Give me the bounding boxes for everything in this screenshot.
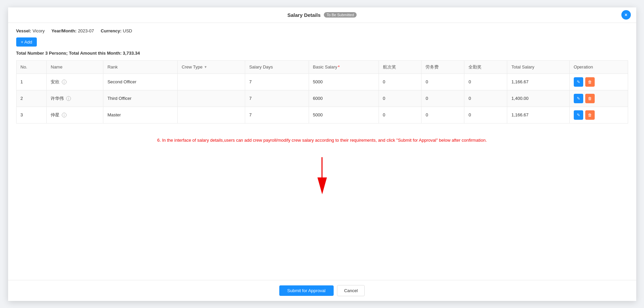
vessel-label: Vessel:: [16, 28, 31, 33]
cell-salary-days: 7: [245, 74, 309, 90]
modal-body: Vessel: Vicory Year/Month: 2023-07 Curre…: [8, 23, 636, 280]
cell-rank: Master: [103, 107, 178, 123]
cell-name: 仲星 i: [47, 107, 103, 123]
cell-rank: Third Officer: [103, 90, 178, 107]
hint-text: 6. In the interface of salary details,us…: [16, 137, 628, 144]
vessel-value: Vicory: [32, 28, 45, 33]
edit-button[interactable]: ✎: [574, 110, 583, 120]
modal-title: Salary Details: [287, 12, 320, 18]
meta-row: Vessel: Vicory Year/Month: 2023-07 Curre…: [16, 28, 628, 33]
salary-table: No. Name Rank Crew Type ▼ Salary Days Ba…: [16, 60, 628, 123]
close-button[interactable]: ×: [621, 10, 631, 20]
modal-footer: Submit for Approval Cancel: [8, 280, 636, 301]
cell-total-salary: 1,400.00: [507, 90, 569, 107]
edit-button[interactable]: ✎: [574, 94, 583, 103]
add-button[interactable]: + Add: [16, 37, 37, 47]
cell-crew-type: [177, 74, 245, 90]
col-crew-type: Crew Type ▼: [177, 60, 245, 74]
info-icon[interactable]: i: [62, 113, 67, 117]
col-no: No.: [16, 60, 47, 74]
submit-for-approval-button[interactable]: Submit for Approval: [279, 285, 334, 296]
col-total-salary: Total Salary: [507, 60, 569, 74]
delete-button[interactable]: 🗑: [585, 110, 595, 120]
col-quan-qin-jiang: 全勤奖: [464, 60, 507, 74]
action-buttons: ✎ 🗑: [574, 94, 624, 103]
cell-hang-ci-jiang: 0: [379, 74, 421, 90]
table-header-row: No. Name Rank Crew Type ▼ Salary Days Ba…: [16, 60, 628, 74]
cell-crew-type: [177, 107, 245, 123]
status-badge: To Be Submitted: [324, 12, 357, 18]
cell-quan-qin-jiang: 0: [464, 107, 507, 123]
cell-crew-type: [177, 90, 245, 107]
cell-operation: ✎ 🗑: [569, 107, 628, 123]
cell-salary-days: 7: [245, 107, 309, 123]
col-operation: Operation: [569, 60, 628, 74]
cell-rank: Second Officer: [103, 74, 178, 90]
cell-quan-qin-jiang: 0: [464, 74, 507, 90]
cell-lao-wu-fei: 0: [421, 107, 464, 123]
edit-button[interactable]: ✎: [574, 77, 583, 87]
cell-hang-ci-jiang: 0: [379, 107, 421, 123]
cell-total-salary: 1,166.67: [507, 74, 569, 90]
cell-name: 安欣 i: [47, 74, 103, 90]
year-month-value: 2023-07: [78, 28, 94, 33]
cell-no: 1: [16, 74, 47, 90]
cell-total-salary: 1,166.67: [507, 107, 569, 123]
cell-basic-salary: 5000: [309, 107, 379, 123]
info-icon[interactable]: i: [66, 96, 71, 101]
col-basic-salary: Basic Salary*: [309, 60, 379, 74]
delete-button[interactable]: 🗑: [585, 77, 595, 87]
cell-quan-qin-jiang: 0: [464, 90, 507, 107]
cell-salary-days: 7: [245, 90, 309, 107]
cell-basic-salary: 6000: [309, 90, 379, 107]
table-row: 2 许华伟 i Third Officer 7 6000 0 0 0 1,400…: [16, 90, 628, 107]
action-buttons: ✎ 🗑: [574, 110, 624, 120]
year-month-meta: Year/Month: 2023-07: [51, 28, 94, 33]
arrow-indicator: [16, 157, 628, 194]
col-name: Name: [47, 60, 103, 74]
cancel-button[interactable]: Cancel: [337, 285, 365, 296]
cell-operation: ✎ 🗑: [569, 90, 628, 107]
crew-type-chevron-icon[interactable]: ▼: [204, 65, 207, 69]
summary-row: Total Number 3 Persons; Total Amount thi…: [16, 51, 628, 56]
year-month-label: Year/Month:: [51, 28, 76, 33]
col-hang-ci-jiang: 航次奖: [379, 60, 421, 74]
modal-header: Salary Details To Be Submitted ×: [8, 7, 636, 23]
cell-hang-ci-jiang: 0: [379, 90, 421, 107]
info-icon[interactable]: i: [62, 80, 67, 84]
cell-no: 2: [16, 90, 47, 107]
currency-value: USD: [123, 28, 132, 33]
action-buttons: ✎ 🗑: [574, 77, 624, 87]
cell-lao-wu-fei: 0: [421, 74, 464, 90]
arrow-line: [321, 157, 323, 177]
table-row: 3 仲星 i Master 7 5000 0 0 0 1,166.67 ✎ 🗑: [16, 107, 628, 123]
delete-button[interactable]: 🗑: [585, 94, 595, 103]
cell-lao-wu-fei: 0: [421, 90, 464, 107]
col-lao-wu-fei: 劳务费: [421, 60, 464, 74]
col-salary-days: Salary Days: [245, 60, 309, 74]
cell-operation: ✎ 🗑: [569, 74, 628, 90]
currency-meta: Currency: USD: [101, 28, 132, 33]
salary-details-modal: Salary Details To Be Submitted × Vessel:…: [8, 7, 636, 301]
col-rank: Rank: [103, 60, 178, 74]
currency-label: Currency:: [101, 28, 121, 33]
arrow-head: [317, 177, 327, 194]
table-row: 1 安欣 i Second Officer 7 5000 0 0 0 1,166…: [16, 74, 628, 90]
cell-no: 3: [16, 107, 47, 123]
vessel-meta: Vessel: Vicory: [16, 28, 45, 33]
cell-basic-salary: 5000: [309, 74, 379, 90]
cell-name: 许华伟 i: [47, 90, 103, 107]
